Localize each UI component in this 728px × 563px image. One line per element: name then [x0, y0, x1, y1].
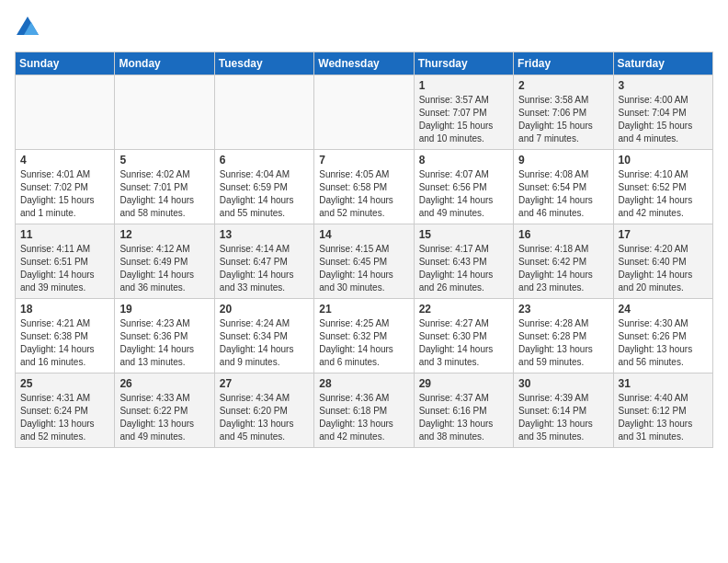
calendar-day-cell: 24Sunrise: 4:30 AM Sunset: 6:26 PM Dayli…: [613, 299, 712, 373]
weekday-header-sunday: Sunday: [16, 52, 115, 75]
calendar-week-row: 25Sunrise: 4:31 AM Sunset: 6:24 PM Dayli…: [16, 373, 713, 448]
day-info: Sunrise: 4:10 AM Sunset: 6:52 PM Dayligh…: [619, 168, 708, 220]
day-info: Sunrise: 4:36 AM Sunset: 6:18 PM Dayligh…: [319, 392, 408, 443]
calendar-day-cell: 29Sunrise: 4:37 AM Sunset: 6:16 PM Dayli…: [414, 373, 513, 448]
calendar-day-cell: 20Sunrise: 4:24 AM Sunset: 6:34 PM Dayli…: [214, 299, 313, 373]
calendar-day-cell: 15Sunrise: 4:17 AM Sunset: 6:43 PM Dayli…: [414, 224, 513, 299]
day-info: Sunrise: 4:01 AM Sunset: 7:02 PM Dayligh…: [20, 168, 109, 220]
day-number: 17: [619, 228, 708, 241]
calendar-day-cell: 25Sunrise: 4:31 AM Sunset: 6:24 PM Dayli…: [16, 373, 115, 448]
calendar-day-cell: 1Sunrise: 3:57 AM Sunset: 7:07 PM Daylig…: [414, 75, 513, 150]
day-number: 5: [119, 154, 209, 167]
day-info: Sunrise: 4:30 AM Sunset: 6:26 PM Dayligh…: [619, 317, 708, 369]
day-info: Sunrise: 4:20 AM Sunset: 6:40 PM Dayligh…: [619, 243, 708, 294]
weekday-header-saturday: Saturday: [613, 52, 712, 75]
day-info: Sunrise: 3:57 AM Sunset: 7:07 PM Dayligh…: [419, 94, 508, 145]
day-info: Sunrise: 4:25 AM Sunset: 6:32 PM Dayligh…: [319, 317, 408, 369]
calendar-day-cell: 16Sunrise: 4:18 AM Sunset: 6:42 PM Dayli…: [514, 224, 613, 299]
calendar-week-row: 11Sunrise: 4:11 AM Sunset: 6:51 PM Dayli…: [16, 224, 713, 299]
calendar-day-cell: [16, 75, 115, 150]
day-number: 31: [619, 377, 708, 390]
day-info: Sunrise: 4:39 AM Sunset: 6:14 PM Dayligh…: [518, 392, 608, 443]
day-number: 25: [20, 377, 109, 390]
day-info: Sunrise: 4:04 AM Sunset: 6:59 PM Dayligh…: [220, 168, 309, 220]
calendar-day-cell: 6Sunrise: 4:04 AM Sunset: 6:59 PM Daylig…: [214, 150, 313, 224]
day-number: 2: [518, 79, 608, 92]
day-number: 19: [119, 303, 209, 316]
page-header: [15, 15, 713, 40]
calendar-day-cell: 31Sunrise: 4:40 AM Sunset: 6:12 PM Dayli…: [613, 373, 712, 448]
day-number: 12: [119, 228, 209, 241]
day-number: 27: [220, 377, 309, 390]
weekday-header-monday: Monday: [115, 52, 214, 75]
calendar-day-cell: 5Sunrise: 4:02 AM Sunset: 7:01 PM Daylig…: [115, 150, 214, 224]
day-info: Sunrise: 4:40 AM Sunset: 6:12 PM Dayligh…: [619, 392, 708, 443]
calendar-day-cell: 10Sunrise: 4:10 AM Sunset: 6:52 PM Dayli…: [613, 150, 712, 224]
day-number: 23: [518, 303, 608, 316]
calendar-week-row: 18Sunrise: 4:21 AM Sunset: 6:38 PM Dayli…: [16, 299, 713, 373]
calendar-day-cell: 17Sunrise: 4:20 AM Sunset: 6:40 PM Dayli…: [613, 224, 712, 299]
day-number: 14: [319, 228, 408, 241]
calendar-day-cell: 19Sunrise: 4:23 AM Sunset: 6:36 PM Dayli…: [115, 299, 214, 373]
calendar-day-cell: 11Sunrise: 4:11 AM Sunset: 6:51 PM Dayli…: [16, 224, 115, 299]
day-info: Sunrise: 4:05 AM Sunset: 6:58 PM Dayligh…: [319, 168, 408, 220]
day-info: Sunrise: 4:28 AM Sunset: 6:28 PM Dayligh…: [518, 317, 608, 369]
day-number: 1: [419, 79, 508, 92]
calendar-day-cell: 8Sunrise: 4:07 AM Sunset: 6:56 PM Daylig…: [414, 150, 513, 224]
weekday-header-friday: Friday: [514, 52, 613, 75]
day-number: 8: [419, 154, 508, 167]
calendar-day-cell: 22Sunrise: 4:27 AM Sunset: 6:30 PM Dayli…: [414, 299, 513, 373]
day-info: Sunrise: 4:31 AM Sunset: 6:24 PM Dayligh…: [20, 392, 109, 443]
calendar-day-cell: 26Sunrise: 4:33 AM Sunset: 6:22 PM Dayli…: [115, 373, 214, 448]
calendar-day-cell: [214, 75, 313, 150]
calendar-day-cell: 18Sunrise: 4:21 AM Sunset: 6:38 PM Dayli…: [16, 299, 115, 373]
day-info: Sunrise: 4:17 AM Sunset: 6:43 PM Dayligh…: [419, 243, 508, 294]
day-number: 30: [518, 377, 608, 390]
day-number: 11: [20, 228, 109, 241]
day-number: 18: [20, 303, 109, 316]
day-number: 7: [319, 154, 408, 167]
day-number: 24: [619, 303, 708, 316]
day-info: Sunrise: 4:02 AM Sunset: 7:01 PM Dayligh…: [119, 168, 209, 220]
day-number: 29: [419, 377, 508, 390]
day-number: 4: [20, 154, 109, 167]
calendar-day-cell: 7Sunrise: 4:05 AM Sunset: 6:58 PM Daylig…: [314, 150, 414, 224]
day-info: Sunrise: 4:11 AM Sunset: 6:51 PM Dayligh…: [20, 243, 109, 294]
day-number: 6: [220, 154, 309, 167]
calendar-week-row: 4Sunrise: 4:01 AM Sunset: 7:02 PM Daylig…: [16, 150, 713, 224]
day-number: 16: [518, 228, 608, 241]
day-info: Sunrise: 3:58 AM Sunset: 7:06 PM Dayligh…: [518, 94, 608, 145]
calendar-day-cell: 13Sunrise: 4:14 AM Sunset: 6:47 PM Dayli…: [214, 224, 313, 299]
day-info: Sunrise: 4:27 AM Sunset: 6:30 PM Dayligh…: [419, 317, 508, 369]
logo-icon: [15, 15, 40, 40]
logo: [15, 15, 44, 40]
calendar-day-cell: 9Sunrise: 4:08 AM Sunset: 6:54 PM Daylig…: [514, 150, 613, 224]
calendar-day-cell: 27Sunrise: 4:34 AM Sunset: 6:20 PM Dayli…: [214, 373, 313, 448]
calendar-day-cell: 12Sunrise: 4:12 AM Sunset: 6:49 PM Dayli…: [115, 224, 214, 299]
day-info: Sunrise: 4:12 AM Sunset: 6:49 PM Dayligh…: [119, 243, 209, 294]
weekday-header-tuesday: Tuesday: [214, 52, 313, 75]
day-info: Sunrise: 4:24 AM Sunset: 6:34 PM Dayligh…: [220, 317, 309, 369]
weekday-header-wednesday: Wednesday: [314, 52, 414, 75]
day-info: Sunrise: 4:21 AM Sunset: 6:38 PM Dayligh…: [20, 317, 109, 369]
day-number: 13: [220, 228, 309, 241]
day-info: Sunrise: 4:33 AM Sunset: 6:22 PM Dayligh…: [119, 392, 209, 443]
calendar-table: SundayMondayTuesdayWednesdayThursdayFrid…: [15, 52, 713, 448]
day-number: 20: [220, 303, 309, 316]
weekday-header-row: SundayMondayTuesdayWednesdayThursdayFrid…: [16, 52, 713, 75]
day-info: Sunrise: 4:15 AM Sunset: 6:45 PM Dayligh…: [319, 243, 408, 294]
day-info: Sunrise: 4:14 AM Sunset: 6:47 PM Dayligh…: [220, 243, 309, 294]
day-number: 22: [419, 303, 508, 316]
day-number: 10: [619, 154, 708, 167]
calendar-day-cell: 14Sunrise: 4:15 AM Sunset: 6:45 PM Dayli…: [314, 224, 414, 299]
day-number: 9: [518, 154, 608, 167]
calendar-day-cell: [314, 75, 414, 150]
day-number: 3: [619, 79, 708, 92]
calendar-week-row: 1Sunrise: 3:57 AM Sunset: 7:07 PM Daylig…: [16, 75, 713, 150]
day-info: Sunrise: 4:37 AM Sunset: 6:16 PM Dayligh…: [419, 392, 508, 443]
calendar-day-cell: 23Sunrise: 4:28 AM Sunset: 6:28 PM Dayli…: [514, 299, 613, 373]
day-info: Sunrise: 4:00 AM Sunset: 7:04 PM Dayligh…: [619, 94, 708, 145]
day-info: Sunrise: 4:08 AM Sunset: 6:54 PM Dayligh…: [518, 168, 608, 220]
weekday-header-thursday: Thursday: [414, 52, 513, 75]
calendar-day-cell: [115, 75, 214, 150]
